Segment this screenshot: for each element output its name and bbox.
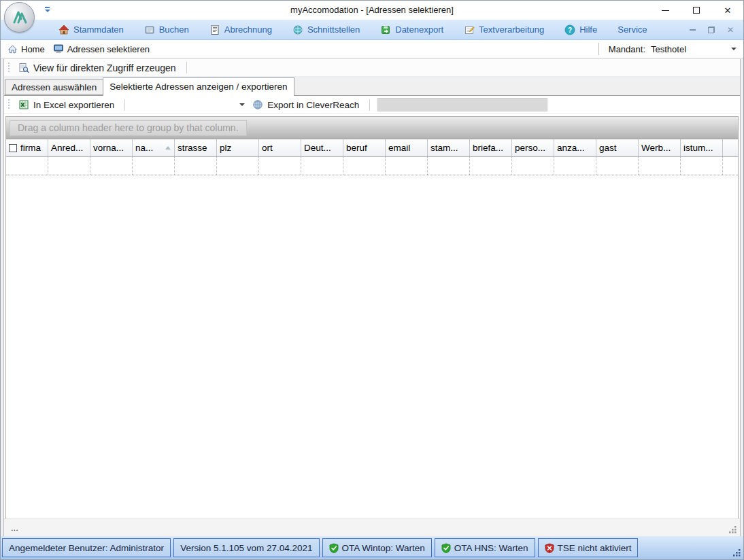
menu-datenexport[interactable]: Datenexport <box>370 20 454 39</box>
export-target-field <box>377 98 547 111</box>
column-header-name[interactable]: na... <box>133 139 175 156</box>
grid-empty-row <box>6 157 738 175</box>
mdi-window-controls: ✕ <box>688 25 743 35</box>
empty-cell <box>48 157 90 175</box>
resize-grip-icon[interactable] <box>728 525 737 534</box>
toolbar-grip[interactable] <box>7 63 11 73</box>
column-label: Werb... <box>641 143 671 153</box>
app-logo[interactable] <box>4 2 35 33</box>
column-header-werbung[interactable]: Werb... <box>639 139 681 156</box>
column-header-anzahl[interactable]: anza... <box>554 139 596 156</box>
maximize-icon <box>693 7 700 14</box>
minimize-button[interactable] <box>649 1 681 20</box>
column-header-email[interactable]: email <box>386 139 428 156</box>
column-header-vorname[interactable]: vorna... <box>90 139 133 156</box>
empty-cell <box>386 157 428 175</box>
child-window: View für direkten Zugriff erzeugen Adres… <box>3 59 741 536</box>
empty-cell <box>301 157 343 175</box>
column-header-beruf[interactable]: beruf <box>343 139 386 156</box>
shield-ok-icon <box>441 543 451 553</box>
column-label: gast <box>599 143 617 153</box>
close-button[interactable]: ✕ <box>712 1 743 20</box>
resize-grip-icon[interactable] <box>732 548 741 557</box>
maximize-button[interactable] <box>681 1 712 20</box>
interfaces-icon <box>292 24 303 35</box>
status-panel-user: Angemeldeter Benutzer: Administrator <box>2 538 171 557</box>
column-label: strasse <box>177 143 207 153</box>
column-header-gast[interactable]: gast <box>596 139 639 156</box>
mdi-restore-button[interactable] <box>707 25 716 35</box>
menu-stammdaten[interactable]: Stammdaten <box>48 20 134 39</box>
breadcrumb-current-label: Adressen selektieren <box>67 44 150 54</box>
column-header-istum[interactable]: istum... <box>681 139 723 156</box>
breadcrumb-current[interactable]: Adressen selektieren <box>49 44 154 54</box>
close-icon: ✕ <box>724 6 732 15</box>
empty-cell <box>554 157 596 175</box>
menu-buchen[interactable]: Buchen <box>134 20 199 39</box>
menu-schnittstellen[interactable]: Schnittstellen <box>282 20 370 39</box>
bottom-status-strip: ... <box>4 519 740 536</box>
export-format-combo[interactable] <box>131 98 248 112</box>
group-by-hint: Drag a column header here to group by th… <box>10 120 247 136</box>
menu-textverarbeitung[interactable]: Textverarbeitung <box>454 20 554 39</box>
tab-strip: Adressen auswählen Selektierte Adressen … <box>4 77 740 95</box>
mdi-minimize-button[interactable] <box>688 25 697 35</box>
column-header-plz[interactable]: plz <box>217 139 259 156</box>
mdi-close-button[interactable]: ✕ <box>726 25 735 35</box>
column-label: Anred... <box>51 143 83 153</box>
menu-label: Hilfe <box>579 24 597 35</box>
group-by-panel[interactable]: Drag a column header here to group by th… <box>6 117 738 139</box>
menu-service[interactable]: Service <box>607 20 657 39</box>
tab-adressen-auswaehlen[interactable]: Adressen auswählen <box>5 80 103 95</box>
text-processing-icon <box>464 24 475 35</box>
menu-label: Buchen <box>159 24 189 35</box>
column-header-strasse[interactable]: strasse <box>175 139 217 156</box>
breadcrumb-home-label: Home <box>21 44 45 54</box>
chevron-down-icon <box>731 48 737 50</box>
tab-label: Adressen auswählen <box>12 82 97 92</box>
tab-content: In Excel exportieren <box>4 95 740 519</box>
mdi-close-icon: ✕ <box>727 25 734 35</box>
mandant-combo[interactable]: Testhotel <box>651 44 739 54</box>
status-ota-wintop-label: OTA Wintop: Warten <box>342 543 425 553</box>
mdi-restore-icon <box>708 27 715 33</box>
column-header-briefanrede[interactable]: briefa... <box>470 139 512 156</box>
title-bar: myAccomodation - [Adressen selektieren] … <box>1 1 743 20</box>
menu-label: Datenexport <box>395 24 443 35</box>
cleverreach-export-button[interactable]: Export in CleverReach <box>248 99 363 110</box>
status-ota-hns-label: OTA HNS: Warten <box>454 543 528 553</box>
invoice-icon <box>209 24 220 35</box>
cleverreach-export-label: Export in CleverReach <box>267 100 359 110</box>
column-header-stamm[interactable]: stam... <box>428 139 470 156</box>
column-header-personen[interactable]: perso... <box>512 139 554 156</box>
column-header-anrede[interactable]: Anred... <box>48 139 90 156</box>
column-header-ort[interactable]: ort <box>259 139 301 156</box>
menu-abrechnung[interactable]: Abrechnung <box>199 20 282 39</box>
column-label: na... <box>135 143 153 153</box>
menu-label: Textverarbeitung <box>479 24 544 35</box>
empty-cell <box>90 157 133 175</box>
window-title: myAccomodation - [Adressen selektieren] <box>1 1 743 20</box>
column-label: anza... <box>557 143 585 153</box>
help-icon: ? <box>564 24 575 35</box>
chevron-down-icon <box>239 103 245 106</box>
column-header-deutsch[interactable]: Deut... <box>301 139 343 156</box>
select-all-checkbox[interactable] <box>9 144 17 152</box>
column-header-firma[interactable]: firma <box>6 139 48 156</box>
empty-cell <box>681 157 723 175</box>
empty-cell <box>259 157 301 175</box>
column-label: firma <box>20 143 41 153</box>
menu-label: Abrechnung <box>224 24 272 35</box>
mdi-minimize-icon <box>690 29 696 31</box>
create-view-button[interactable]: View für direkten Zugriff erzeugen <box>14 63 180 73</box>
excel-export-button[interactable]: In Excel exportieren <box>14 99 118 110</box>
menu-hilfe[interactable]: ? Hilfe <box>554 20 607 39</box>
book-icon <box>144 24 155 35</box>
grid-data-area[interactable] <box>6 175 738 519</box>
tab-selektierte-adressen[interactable]: Selektierte Adressen anzeigen / exportie… <box>103 77 294 95</box>
breadcrumb-home[interactable]: Home <box>3 44 49 54</box>
toolbar-grip[interactable] <box>7 99 11 110</box>
create-view-label: View für direkten Zugriff erzeugen <box>33 63 176 73</box>
empty-cell <box>6 157 48 175</box>
menu-label: Schnittstellen <box>307 24 360 35</box>
